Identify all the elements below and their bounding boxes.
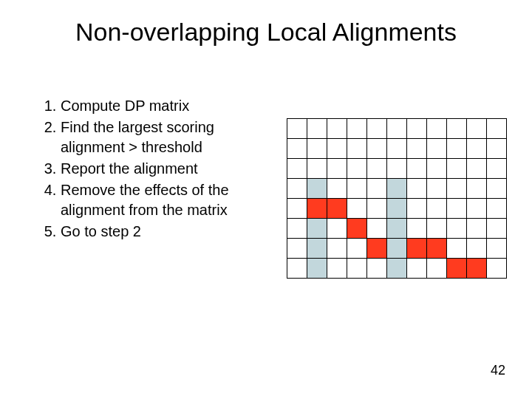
grid-cell xyxy=(307,159,327,179)
grid-cell xyxy=(427,139,447,159)
grid-cell xyxy=(427,219,447,239)
dp-matrix-grid xyxy=(287,118,507,279)
grid-cell xyxy=(467,159,487,179)
grid-cell xyxy=(287,219,307,239)
grid-cell xyxy=(467,139,487,159)
grid-cell xyxy=(487,139,507,159)
grid-cell xyxy=(427,159,447,179)
grid-cell xyxy=(347,179,367,199)
grid-cell xyxy=(447,119,467,139)
grid-cell xyxy=(347,139,367,159)
grid-cell xyxy=(467,179,487,199)
grid-cell xyxy=(427,179,447,199)
grid-cell xyxy=(487,199,507,219)
grid-cell xyxy=(367,219,387,239)
grid-cell xyxy=(307,239,327,259)
grid-cell xyxy=(407,139,427,159)
grid-cell xyxy=(487,119,507,139)
grid-cell xyxy=(287,119,307,139)
grid-cell xyxy=(427,119,447,139)
grid-cell xyxy=(447,239,467,259)
grid-cell xyxy=(447,139,467,159)
grid-cell xyxy=(347,219,367,239)
steps-container: Compute DP matrix Find the largest scori… xyxy=(35,96,272,243)
grid-cell xyxy=(347,159,367,179)
grid-cell xyxy=(287,259,307,279)
grid-cell xyxy=(467,199,487,219)
grid-cell xyxy=(427,239,447,259)
grid-cell xyxy=(487,179,507,199)
grid-cell xyxy=(387,219,407,239)
grid-cell xyxy=(367,159,387,179)
grid-cell xyxy=(407,159,427,179)
grid-cell xyxy=(487,219,507,239)
grid-cell xyxy=(287,159,307,179)
grid-cell xyxy=(307,199,327,219)
grid-cell xyxy=(467,259,487,279)
grid-cell xyxy=(387,239,407,259)
grid-cell xyxy=(367,119,387,139)
grid-cell xyxy=(327,259,347,279)
grid-cell xyxy=(367,139,387,159)
grid-cell xyxy=(367,239,387,259)
grid-cell xyxy=(347,199,367,219)
slide-title: Non-overlapping Local Alignments xyxy=(0,18,532,47)
grid-cell xyxy=(447,179,467,199)
grid-cell xyxy=(347,259,367,279)
grid-cell xyxy=(387,199,407,219)
grid-cell xyxy=(387,179,407,199)
grid-cell xyxy=(307,259,327,279)
grid-cell xyxy=(447,259,467,279)
grid-cell xyxy=(287,239,307,259)
grid-cell xyxy=(467,219,487,239)
grid-cell xyxy=(327,119,347,139)
page-number: 42 xyxy=(491,363,505,378)
grid-cell xyxy=(407,219,427,239)
grid-cell xyxy=(307,139,327,159)
step-item: Compute DP matrix xyxy=(61,96,272,116)
grid-cell xyxy=(287,139,307,159)
grid-cell xyxy=(487,259,507,279)
grid-cell xyxy=(487,159,507,179)
grid-cell xyxy=(467,239,487,259)
steps-list: Compute DP matrix Find the largest scori… xyxy=(35,96,272,242)
grid-cell xyxy=(447,199,467,219)
grid-cell xyxy=(487,239,507,259)
grid-cell xyxy=(327,199,347,219)
grid-cell xyxy=(387,159,407,179)
grid-cell xyxy=(407,199,427,219)
grid-cell xyxy=(327,239,347,259)
grid-cell xyxy=(387,119,407,139)
grid-cell xyxy=(367,259,387,279)
grid-cell xyxy=(287,199,307,219)
grid-cell xyxy=(327,139,347,159)
step-item: Go to step 2 xyxy=(61,222,272,242)
grid-cell xyxy=(327,219,347,239)
step-item: Find the largest scoring alignment > thr… xyxy=(61,117,272,157)
grid-cell xyxy=(307,219,327,239)
grid-cell xyxy=(327,159,347,179)
grid-cell xyxy=(407,119,427,139)
grid-cell xyxy=(387,259,407,279)
step-item: Remove the effects of the alignment from… xyxy=(61,180,272,220)
grid-cell xyxy=(367,199,387,219)
grid-cell xyxy=(407,179,427,199)
grid-cell xyxy=(467,119,487,139)
grid-cell xyxy=(287,179,307,199)
grid-cell xyxy=(387,139,407,159)
grid-cell xyxy=(307,179,327,199)
grid-cell xyxy=(447,159,467,179)
grid-cell xyxy=(407,239,427,259)
grid-cell xyxy=(367,179,387,199)
grid-cell xyxy=(307,119,327,139)
grid-cell xyxy=(347,119,367,139)
grid-cell xyxy=(427,199,447,219)
grid-cell xyxy=(447,219,467,239)
grid-cell xyxy=(327,179,347,199)
grid-cell xyxy=(427,259,447,279)
grid-cell xyxy=(407,259,427,279)
step-item: Report the alignment xyxy=(61,159,272,179)
grid-cell xyxy=(347,239,367,259)
